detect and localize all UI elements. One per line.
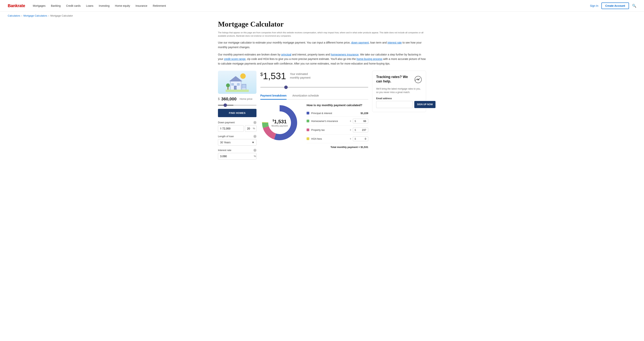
hoa-name: HOA fees: [311, 137, 350, 140]
homeowners-dollar-sign: $: [354, 120, 356, 122]
breakdown-row-principal: Principal & interest $1,228: [306, 110, 368, 117]
donut-amount: $1,531: [272, 118, 288, 124]
tracking-description: We'll bring the latest mortgage rates to…: [376, 87, 422, 94]
calculator-section: $ 360,000 Home price FIND HOMES Down pay…: [218, 71, 426, 162]
breakdown-row-property-tax: Property tax + $: [306, 126, 368, 134]
nav-insurance[interactable]: Insurance: [136, 4, 147, 7]
nav-links: Mortgages Banking Credit cards Loans Inv…: [33, 4, 590, 7]
payment-label: Your estimated monthly payment: [290, 72, 310, 80]
interest-rate-symbol: %: [254, 155, 256, 158]
property-tax-color-swatch: [306, 128, 309, 131]
svg-point-12: [226, 84, 230, 87]
nav-investing[interactable]: Investing: [99, 4, 110, 7]
find-homes-button[interactable]: FIND HOMES: [218, 109, 256, 117]
search-icon[interactable]: 🔍: [632, 4, 636, 8]
homeowners-insurance-link[interactable]: homeowners insurance: [331, 53, 358, 56]
loan-length-group: Length of loan i 30 Years ▼: [218, 135, 256, 146]
svg-point-4: [236, 88, 236, 88]
nav-retirement[interactable]: Retirement: [153, 4, 166, 7]
nav-mortgages[interactable]: Mortgages: [33, 4, 46, 7]
middle-panel: $1,531 Your estimated monthly payment Pa…: [260, 71, 368, 148]
hoa-color-swatch: [306, 137, 309, 140]
home-price-slider[interactable]: [218, 105, 256, 106]
loan-length-select[interactable]: 30 Years ▼: [218, 139, 256, 146]
svg-line-20: [415, 79, 416, 81]
tab-amortization-schedule[interactable]: Amortization schedule: [292, 92, 319, 100]
principal-color-swatch: [306, 112, 309, 114]
breakdown-row-homeowners: Homeowner's insurance + $: [306, 117, 368, 126]
home-price-display: $ 360,000 Home price: [218, 96, 256, 102]
home-price-value: 360,000: [221, 96, 237, 102]
loan-length-label-row: Length of loan i: [218, 135, 256, 138]
create-account-button[interactable]: Create Account: [602, 2, 629, 9]
down-payment-link[interactable]: down payment: [351, 41, 369, 44]
hoa-dollar-sign: $: [354, 137, 356, 140]
homeowners-input[interactable]: [356, 120, 366, 122]
payment-label-line1: Your estimated: [290, 72, 310, 76]
principal-name: Principal & interest: [311, 112, 357, 115]
main-content: Mortgage Calculator The listings that ap…: [210, 20, 434, 170]
breadcrumb-sep2: ›: [48, 14, 49, 17]
breadcrumb-calculators[interactable]: Calculators: [8, 14, 20, 17]
credit-score-link[interactable]: credit score range: [224, 58, 246, 60]
hoa-input-wrap[interactable]: $: [353, 136, 368, 141]
payment-value: 1,531: [263, 71, 286, 81]
interest-rate-input-wrap[interactable]: %: [218, 153, 256, 160]
interest-rate-link[interactable]: interest rate: [388, 41, 402, 44]
down-payment-label: Down payment: [218, 121, 235, 124]
svg-point-0: [240, 74, 246, 79]
breakdown-row-hoa: HOA fees + $: [306, 134, 368, 143]
payment-amount: $1,531: [260, 71, 286, 81]
homeowners-input-wrap[interactable]: $: [353, 119, 368, 124]
property-tax-input-wrap[interactable]: $: [353, 128, 368, 132]
nav-loans[interactable]: Loans: [86, 4, 93, 7]
sign-in-link[interactable]: Sign In: [590, 4, 598, 7]
sign-up-button[interactable]: SIGN UP NOW: [414, 101, 436, 108]
principal-value: $1,228: [358, 112, 368, 115]
breadcrumb-sep1: ›: [22, 14, 22, 17]
svg-rect-13: [226, 90, 249, 92]
house-image: [218, 71, 256, 94]
disclaimer-text: The listings that appear on this page ar…: [218, 31, 426, 38]
tracking-panel: Tracking rates? We can help. % We'll bri…: [372, 71, 426, 112]
home-price-slider-container: [218, 103, 256, 106]
nav-credit-cards[interactable]: Credit cards: [66, 4, 80, 7]
donut-center: $1,531 Monthly payment: [272, 118, 288, 127]
payment-slider-container: [260, 85, 368, 88]
email-label: Email address: [376, 97, 422, 100]
intro-text-2: Our monthly payment estimates are broken…: [218, 52, 426, 66]
down-payment-amount-field[interactable]: [222, 127, 242, 130]
interest-rate-info-icon[interactable]: i: [254, 149, 256, 152]
estimated-payment: $1,531 Your estimated monthly payment: [260, 71, 368, 81]
breadcrumb-mortgage-calculators[interactable]: Mortgage Calculators: [23, 14, 47, 17]
interest-rate-field[interactable]: [220, 155, 254, 158]
home-price-dollar: $: [218, 97, 220, 101]
rate-tracking-icon: %: [414, 75, 422, 84]
down-payment-percent-field[interactable]: [247, 127, 253, 130]
property-tax-plus: +: [350, 128, 351, 132]
down-payment-percent-input[interactable]: %: [245, 125, 256, 132]
tab-payment-breakdown[interactable]: Payment breakdown: [260, 92, 286, 100]
down-payment-inputs: $ %: [218, 125, 256, 132]
homeowners-name: Homeowner's insurance: [311, 120, 350, 122]
nav-banking[interactable]: Banking: [51, 4, 61, 7]
home-buying-link[interactable]: home-buying process: [356, 58, 382, 60]
donut-value: 1,531: [274, 118, 286, 124]
hoa-input[interactable]: [356, 137, 366, 140]
hoa-plus: +: [350, 137, 351, 140]
nav-home-equity[interactable]: Home equity: [115, 4, 130, 7]
payment-slider[interactable]: [260, 87, 368, 88]
property-tax-dollar-sign: $: [354, 128, 356, 132]
down-payment-dollar-sign: $: [220, 127, 222, 130]
email-input[interactable]: [376, 101, 413, 108]
loan-length-info-icon[interactable]: i: [254, 135, 256, 138]
principal-link[interactable]: principal: [281, 53, 291, 56]
breadcrumb: Calculators › Mortgage Calculators › Mor…: [0, 12, 644, 20]
property-tax-input[interactable]: [356, 128, 366, 132]
email-row: SIGN UP NOW: [376, 101, 422, 108]
down-payment-dollar-input[interactable]: $: [218, 125, 244, 132]
navbar: Bankrate Mortgages Banking Credit cards …: [0, 0, 644, 12]
svg-rect-10: [242, 84, 246, 88]
down-payment-label-row: Down payment i: [218, 121, 256, 124]
down-payment-info-icon[interactable]: i: [254, 121, 256, 124]
